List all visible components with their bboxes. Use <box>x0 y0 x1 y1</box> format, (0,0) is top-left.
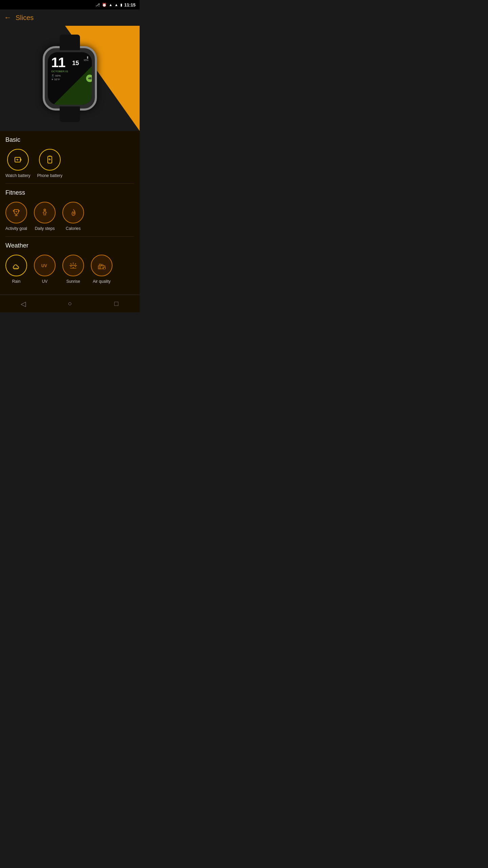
content-area: Basic Watch battery <box>0 131 140 295</box>
calories-icon-circle <box>62 202 84 223</box>
svg-line-10 <box>15 268 15 269</box>
phone-battery-icon <box>45 155 55 164</box>
wifi-icon: ▲ <box>109 3 113 7</box>
status-time: 11:15 <box>124 2 136 7</box>
status-bar: ⎇ ⏰ ▲ ▲ ▮ 11:15 <box>0 0 140 9</box>
uv-label: UV <box>42 279 48 284</box>
watch-battery-label: Watch battery <box>5 173 30 178</box>
svg-rect-25 <box>99 267 101 269</box>
daily-steps-item[interactable]: Daily steps <box>34 202 56 231</box>
phone-battery-item[interactable]: Phone battery <box>37 149 63 178</box>
watch-badge: 48 <box>86 75 92 82</box>
sunrise-icon <box>68 261 78 270</box>
nav-back-button[interactable]: ◁ <box>15 296 32 312</box>
back-button[interactable]: ← <box>4 13 12 22</box>
svg-line-18 <box>75 264 76 264</box>
phone-battery-label: Phone battery <box>37 173 63 178</box>
svg-line-11 <box>16 268 16 269</box>
watch-body: 11 15 ▮ 95% OCTOBER 01 📱 93% ☀ 55°F <box>43 46 97 111</box>
weather-section: Weather Rain UV <box>5 242 134 284</box>
factory-icon <box>97 261 106 270</box>
bottom-nav: ◁ ○ □ <box>0 295 140 312</box>
alarm-icon: ⏰ <box>102 3 107 7</box>
svg-rect-4 <box>49 156 51 157</box>
nav-home-button[interactable]: ○ <box>62 296 78 312</box>
signal-icon: ▲ <box>115 3 118 7</box>
svg-text:UV: UV <box>41 263 47 268</box>
watch-battery-pct: 95% <box>84 59 88 61</box>
svg-point-8 <box>16 211 17 212</box>
watch-hour: 11 <box>51 56 65 69</box>
air-quality-icon-circle <box>91 255 113 276</box>
rain-label: Rain <box>12 279 21 284</box>
svg-rect-22 <box>99 264 101 266</box>
watch-screen: 11 15 ▮ 95% OCTOBER 01 📱 93% ☀ 55°F <box>48 52 92 105</box>
svg-rect-29 <box>104 268 105 269</box>
watch-minute: 15 <box>72 60 79 67</box>
sunrise-icon-circle <box>62 255 84 276</box>
activity-goal-icon-circle <box>5 202 27 223</box>
walk-icon <box>40 208 49 217</box>
fitness-title: Fitness <box>5 189 134 196</box>
uv-icon: UV <box>40 261 49 270</box>
svg-marker-2 <box>16 158 19 161</box>
uv-item[interactable]: UV UV <box>34 255 56 284</box>
basic-title: Basic <box>5 136 134 143</box>
watch-battery-icon <box>13 155 23 164</box>
trophy-icon <box>12 208 21 217</box>
weather-temp: 55°F <box>54 78 60 81</box>
calories-item[interactable]: Calories <box>62 202 84 231</box>
fitness-items-row: Activity goal Daily steps Calories <box>5 202 134 231</box>
sunrise-item[interactable]: Sunrise <box>62 255 84 284</box>
svg-point-9 <box>44 209 46 211</box>
watch-band-bottom <box>60 106 80 122</box>
nav-recent-button[interactable]: □ <box>108 296 124 312</box>
cloud-rain-icon <box>12 261 21 270</box>
activity-goal-label: Activity goal <box>5 226 27 231</box>
watch-display: 11 15 ▮ 95% OCTOBER 01 📱 93% ☀ 55°F <box>43 46 97 111</box>
battery-icon-watch: ▮ <box>87 56 88 59</box>
basic-divider <box>5 183 134 184</box>
basic-items-row: Watch battery Phone battery <box>5 149 134 178</box>
svg-line-12 <box>17 268 18 269</box>
watch-date: OCTOBER 01 <box>51 70 88 73</box>
top-nav: ← Slices <box>0 9 140 26</box>
rain-icon-circle <box>5 255 27 276</box>
fitness-section: Fitness Activity goal <box>5 189 134 231</box>
phone-battery-icon-circle <box>39 149 61 171</box>
watch-band-top <box>60 35 80 50</box>
phone-icon: 📱 <box>51 74 55 77</box>
phone-battery-pct: 93% <box>55 74 61 77</box>
daily-steps-icon-circle <box>34 202 56 223</box>
page-title: Slices <box>16 14 34 22</box>
flame-icon <box>68 208 78 217</box>
fitness-divider <box>5 236 134 237</box>
battery-status-icon: ▮ <box>120 3 122 7</box>
daily-steps-label: Daily steps <box>35 226 55 231</box>
rain-item[interactable]: Rain <box>5 255 27 284</box>
svg-line-17 <box>71 264 72 264</box>
weather-title: Weather <box>5 242 134 249</box>
weather-icon: ☀ <box>51 78 54 81</box>
air-quality-label: Air quality <box>93 279 111 284</box>
bluetooth-icon: ⎇ <box>96 3 100 7</box>
watch-battery-item[interactable]: Watch battery <box>5 149 30 178</box>
air-quality-item[interactable]: Air quality <box>91 255 113 284</box>
svg-rect-1 <box>20 159 21 161</box>
status-icons: ⎇ ⏰ ▲ ▲ ▮ 11:15 <box>96 2 136 7</box>
uv-icon-circle: UV <box>34 255 56 276</box>
weather-items-row: Rain UV UV <box>5 255 134 284</box>
watch-phone-info: 📱 93% <box>51 74 88 77</box>
sunrise-label: Sunrise <box>66 279 80 284</box>
basic-section: Basic Watch battery <box>5 136 134 178</box>
hero-section: 11 15 ▮ 95% OCTOBER 01 📱 93% ☀ 55°F <box>0 26 140 131</box>
calories-label: Calories <box>66 226 81 231</box>
svg-marker-5 <box>48 158 51 161</box>
activity-goal-item[interactable]: Activity goal <box>5 202 27 231</box>
watch-battery-icon-circle <box>7 149 29 171</box>
watch-weather: ☀ 55°F <box>51 78 88 81</box>
